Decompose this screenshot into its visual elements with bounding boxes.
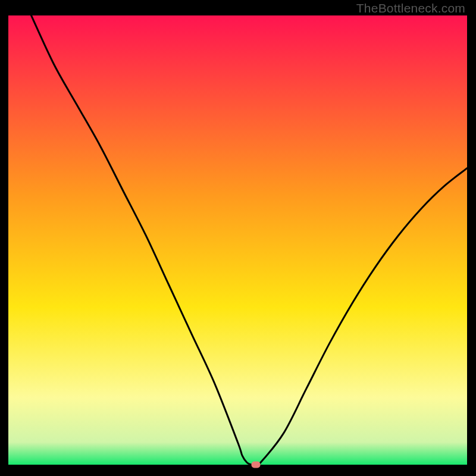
bottleneck-curve xyxy=(8,15,467,465)
plot-area xyxy=(8,15,467,465)
watermark-text: TheBottleneck.com xyxy=(356,1,465,15)
chart-frame xyxy=(8,15,467,465)
optimal-point-marker xyxy=(252,462,261,468)
